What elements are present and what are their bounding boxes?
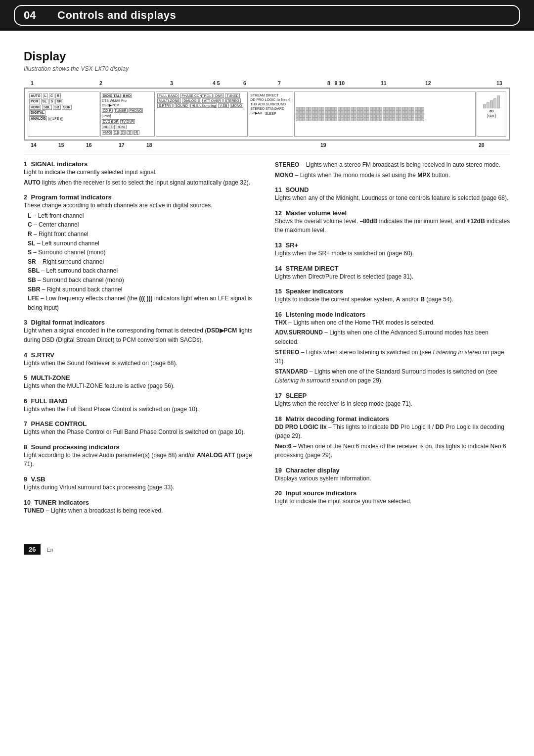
tag-stream-direct: STREAM DIRECT bbox=[250, 94, 278, 97]
indicator-stereo-p: STEREO – Lights when a stereo FM broadca… bbox=[275, 160, 510, 170]
diag-num-16: 16 bbox=[86, 142, 92, 148]
char-cell bbox=[392, 118, 395, 121]
char-cell bbox=[389, 107, 392, 110]
indicator-7-p1: Lights when the Phase Control or Full Ba… bbox=[24, 427, 259, 437]
char-cell bbox=[328, 110, 331, 114]
char-cell bbox=[366, 114, 369, 118]
char-cell bbox=[415, 107, 418, 110]
tag-c: C bbox=[49, 94, 54, 98]
indicator-17: 17 SLEEP Lights when the receiver is in … bbox=[275, 392, 510, 409]
indicator-8-title: Sound processing indicators bbox=[31, 443, 120, 451]
indicator-12-num: 12 bbox=[275, 210, 282, 217]
chapter-title: Controls and displays bbox=[57, 9, 176, 22]
indicator-19: 19 Character display Displays various sy… bbox=[275, 467, 510, 483]
diag-z2-r4: CD-R TUNER PHONO bbox=[102, 108, 153, 113]
indicator-12: 12 Master volume level Shows the overall… bbox=[275, 209, 510, 235]
indicator-16-stereo: STEREO – Lights when stereo listening is… bbox=[275, 348, 510, 366]
indicator-7-num: 7 bbox=[24, 421, 27, 427]
tag-l: L bbox=[43, 94, 48, 98]
indicator-18-title: Matrix decoding format indicators bbox=[286, 415, 389, 423]
list-item-sr: SR – Right surround channel bbox=[28, 257, 259, 267]
char-cell bbox=[318, 110, 321, 114]
diag-zone4: STREAM DIRECT DD PRO LOGIC IIx Neo:6 THX… bbox=[249, 92, 293, 137]
diag-z4-r5: SP▶AB SLEEP bbox=[250, 111, 292, 115]
char-cell bbox=[331, 110, 334, 114]
indicator-3-p1: Light when a signal encoded in the corre… bbox=[24, 326, 259, 344]
char-cell bbox=[325, 107, 328, 110]
diag-zone2: DIDIGITAL II HD DTS WMA9 Pro DSD▶PCM CD-… bbox=[100, 92, 155, 137]
indicator-1-num: 1 bbox=[24, 161, 27, 168]
indicator-18-heading: 18 Matrix decoding format indicators bbox=[275, 415, 510, 423]
char-cell bbox=[366, 110, 369, 114]
diag-zone6: dB SR+ bbox=[477, 92, 506, 137]
char-cell bbox=[415, 118, 418, 121]
char-cell bbox=[392, 114, 395, 118]
indicator-9-heading: 9 V.SB bbox=[24, 475, 259, 483]
indicator-12-heading: 12 Master volume level bbox=[275, 209, 510, 217]
char-cell bbox=[396, 118, 399, 121]
char-cell bbox=[357, 110, 360, 114]
char-cell bbox=[383, 114, 386, 118]
char-cell bbox=[306, 107, 309, 110]
char-cell bbox=[373, 107, 376, 110]
char-cell bbox=[302, 114, 305, 118]
diagram-outer: AUTO L C R PCM SL S SR HDMI SBL SB bbox=[24, 88, 510, 141]
char-cell bbox=[402, 107, 405, 110]
indicator-13-title: SR+ bbox=[286, 241, 299, 249]
char-cell bbox=[360, 118, 363, 121]
indicator-9-title: V.SB bbox=[31, 475, 45, 483]
char-cell bbox=[376, 118, 379, 121]
diag-num-89: 8 9 10 bbox=[327, 80, 345, 86]
char-cell bbox=[299, 107, 302, 110]
diag-z2-r6: DVD BDP TV DVR bbox=[102, 119, 153, 124]
indicators-two-col: 1 SIGNAL indicators Light to indicate th… bbox=[24, 160, 510, 521]
diag-num-3: 3 bbox=[170, 80, 173, 86]
tag-sr: SR bbox=[55, 99, 63, 104]
indicator-7: 7 PHASE CONTROL Lights when the Phase Co… bbox=[24, 420, 259, 437]
diag-z1-r5: ANALOG ((( LFE ))) bbox=[29, 116, 98, 121]
diag-z1-r3: HDMI SBL SB SBR bbox=[29, 105, 98, 110]
char-cell bbox=[421, 114, 424, 118]
list-item-c: C – Center channel bbox=[28, 220, 259, 230]
tag-2: [2] bbox=[120, 130, 126, 135]
tag-video: VIDEO bbox=[102, 125, 115, 129]
char-cell bbox=[379, 107, 382, 110]
char-cell bbox=[347, 118, 350, 121]
char-cell bbox=[376, 107, 379, 110]
indicator-2-p1: These change according to which channels… bbox=[24, 201, 259, 210]
char-cell bbox=[344, 114, 347, 118]
indicator-20-num: 20 bbox=[275, 490, 282, 497]
indicator-4-title: S.RTRV bbox=[31, 351, 54, 359]
char-cell bbox=[373, 114, 376, 118]
char-cell bbox=[306, 110, 309, 114]
indicator-8-heading: 8 Sound processing indicators bbox=[24, 443, 259, 451]
diag-z4-r2: DD PRO LOGIC IIx Neo:6 bbox=[250, 98, 292, 101]
char-cell bbox=[354, 110, 356, 114]
page-footer: 26 En bbox=[0, 540, 534, 559]
tag-phono: PHONO bbox=[129, 108, 143, 113]
indicator-17-p1: Lights when the receiver is in sleep mod… bbox=[275, 399, 510, 409]
diag-num-14: 14 bbox=[31, 142, 37, 148]
indicator-10-title: TUNER indicators bbox=[35, 499, 89, 506]
tag-sl: SL bbox=[41, 99, 48, 104]
indicator-6-heading: 6 FULL BAND bbox=[24, 397, 259, 405]
diag-num-15: 15 bbox=[58, 142, 64, 148]
tag-dialoge: DIALOG E bbox=[182, 98, 201, 103]
indicator-19-num: 19 bbox=[275, 467, 282, 474]
tag-wma9: WMA9 Pro bbox=[110, 99, 127, 102]
indicator-15-heading: 15 Speaker indicators bbox=[275, 287, 510, 295]
display-diagram-wrapper: 1 2 3 4 5 6 7 8 9 10 11 12 13 placeholde… bbox=[24, 80, 510, 148]
char-cell bbox=[328, 118, 331, 121]
char-cell bbox=[334, 114, 337, 118]
tag-do-pro-logic: DD PRO LOGIC IIx Neo:6 bbox=[250, 98, 290, 101]
diag-z1-r2: PCM SL S SR bbox=[29, 99, 98, 104]
indicator-5-title: MULTI-ZONE bbox=[31, 374, 70, 381]
tag-stereo-standard: STEREO STANDARD bbox=[250, 107, 284, 110]
char-cell bbox=[302, 107, 305, 110]
diag-num-7: 7 bbox=[278, 80, 281, 86]
indicator-13-num: 13 bbox=[275, 242, 282, 249]
char-cell bbox=[354, 114, 356, 118]
char-cell bbox=[408, 107, 411, 110]
indicator-13: 13 SR+ Lights when the SR+ mode is switc… bbox=[275, 241, 510, 258]
tag-sr-plus: SR+ bbox=[487, 114, 496, 118]
